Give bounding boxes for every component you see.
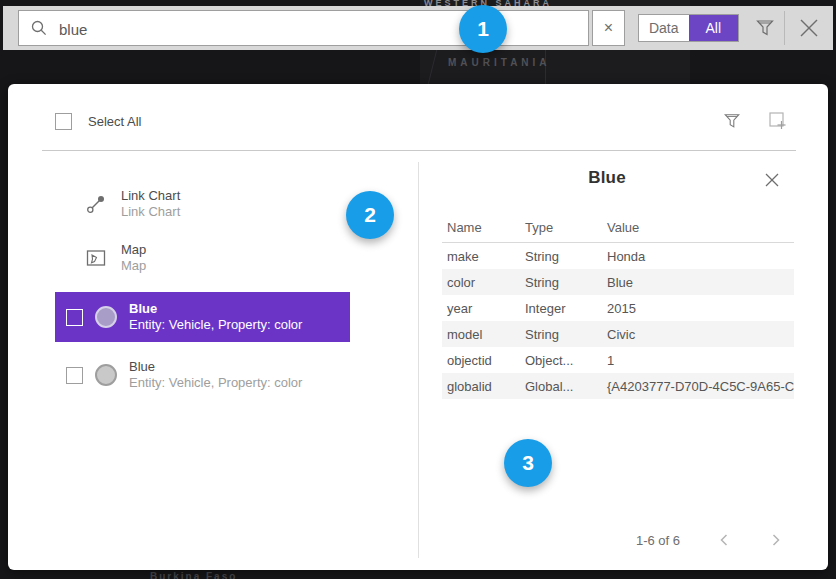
close-icon <box>764 172 780 188</box>
cell-value: 2015 <box>602 295 794 321</box>
cell-type: Object... <box>520 347 602 373</box>
table-row: model String Civic <box>442 321 794 347</box>
panel-filter-button[interactable] <box>720 109 744 133</box>
app-window: WESTERN SAHARA MAURITANIA Burkina Faso ×… <box>0 0 836 579</box>
list-item-title: Blue <box>129 301 302 317</box>
pagination: 1-6 of 6 <box>636 532 784 548</box>
detail-pane: Blue Name Type Value m <box>418 160 796 570</box>
table-row: color String Blue <box>442 269 794 295</box>
cell-type: String <box>520 243 602 270</box>
cell-name: year <box>442 295 520 321</box>
header-value: Value <box>602 212 794 243</box>
cell-type: Integer <box>520 295 602 321</box>
table-header-row: Name Type Value <box>442 212 794 243</box>
cell-value: {A4203777-D70D-4C5C-9A65-C... <box>602 373 794 399</box>
map-label-bottom: Burkina Faso <box>150 571 237 579</box>
pagination-label: 1-6 of 6 <box>636 533 680 548</box>
list-item-subtitle: Entity: Vehicle, Property: color <box>129 317 302 333</box>
toggle-all-label: All <box>705 20 721 36</box>
cell-value: Civic <box>602 321 794 347</box>
select-all-row: Select All <box>55 113 141 130</box>
table-row: objectid Object... 1 <box>442 347 794 373</box>
list-item-text: Link Chart Link Chart <box>121 188 180 220</box>
cell-value: Honda <box>602 243 794 270</box>
table-row: year Integer 2015 <box>442 295 794 321</box>
cell-name: model <box>442 321 520 347</box>
list-item-subtitle: Link Chart <box>121 204 180 220</box>
detail-close-button[interactable] <box>762 170 782 190</box>
search-toolbar: × Data All <box>3 6 833 50</box>
detail-title: Blue <box>418 168 796 188</box>
table-row: globalid Global... {A4203777-D70D-4C5C-9… <box>442 373 794 399</box>
list-item-subtitle: Entity: Vehicle, Property: color <box>129 375 302 391</box>
clear-search-button[interactable]: × <box>592 10 625 46</box>
list-item-title: Blue <box>129 359 302 375</box>
search-icon <box>30 19 48 37</box>
map-icon <box>85 247 107 269</box>
list-item-text: Map Map <box>121 242 146 274</box>
search-results-panel: Select All <box>8 84 828 570</box>
list-item-text: Blue Entity: Vehicle, Property: color <box>129 359 302 391</box>
toggle-all-option[interactable]: All <box>689 15 739 41</box>
toolbar-divider <box>784 11 785 45</box>
callout-step-3: 3 <box>504 439 552 487</box>
list-item-blue[interactable]: Blue Entity: Vehicle, Property: color <box>55 350 350 400</box>
scope-toggle: Data All <box>638 14 739 42</box>
add-to-new-button[interactable] <box>764 107 792 135</box>
list-item-map[interactable]: Map Map <box>85 238 404 278</box>
cell-value: Blue <box>602 269 794 295</box>
cell-type: Global... <box>520 373 602 399</box>
toggle-data-option[interactable]: Data <box>639 15 689 41</box>
entity-node-icon <box>95 364 117 386</box>
toolbar-close-button[interactable] <box>794 13 824 43</box>
cell-type: String <box>520 321 602 347</box>
cell-name: globalid <box>442 373 520 399</box>
toolbar-filter-button[interactable] <box>752 15 778 41</box>
item-checkbox[interactable] <box>66 367 83 384</box>
cell-name: objectid <box>442 347 520 373</box>
table-row: make String Honda <box>442 243 794 270</box>
panel-header-divider <box>42 150 796 151</box>
callout-step-1: 1 <box>459 5 507 53</box>
filter-funnel-icon <box>723 112 741 130</box>
chevron-right-icon <box>770 533 782 547</box>
list-item-subtitle: Map <box>121 258 146 274</box>
properties-table: Name Type Value make String Honda color … <box>442 212 794 399</box>
entity-node-icon <box>95 306 117 328</box>
filter-funnel-icon <box>755 18 775 38</box>
clear-search-label: × <box>604 19 613 37</box>
cell-value: 1 <box>602 347 794 373</box>
list-item-text: Blue Entity: Vehicle, Property: color <box>129 301 302 333</box>
cell-name: make <box>442 243 520 270</box>
list-item-title: Map <box>121 242 146 258</box>
callout-step-2: 2 <box>346 191 394 239</box>
select-all-checkbox[interactable] <box>55 113 72 130</box>
select-all-label: Select All <box>88 114 141 129</box>
next-page-button[interactable] <box>768 532 784 548</box>
chevron-left-icon <box>718 533 730 547</box>
header-name: Name <box>442 212 520 243</box>
link-chart-icon <box>85 193 107 215</box>
cell-name: color <box>442 269 520 295</box>
prev-page-button[interactable] <box>716 532 732 548</box>
add-new-icon <box>766 109 790 133</box>
header-type: Type <box>520 212 602 243</box>
close-icon <box>798 17 820 39</box>
cell-type: String <box>520 269 602 295</box>
item-checkbox[interactable] <box>66 309 83 326</box>
list-item-title: Link Chart <box>121 188 180 204</box>
toggle-data-label: Data <box>649 20 679 36</box>
list-item-blue-selected[interactable]: Blue Entity: Vehicle, Property: color <box>55 292 350 342</box>
map-label-mauritania: MAURITANIA <box>448 57 551 68</box>
